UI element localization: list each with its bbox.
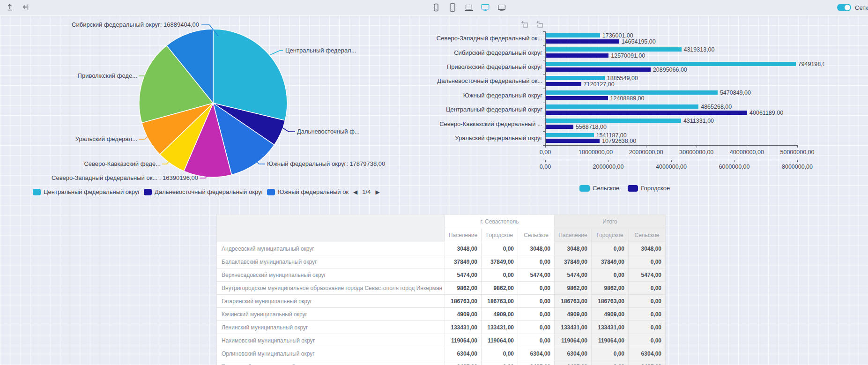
y-axis-tick [543,60,545,60]
y-axis-tick [543,45,545,46]
legend-swatch [579,185,590,192]
grid-toggle[interactable] [837,4,851,11]
cell-total: 0,00 [592,347,629,360]
legend-swatch [33,189,41,195]
bar-gorodskoe-5[interactable] [545,111,747,115]
bar-selskoe-2[interactable] [545,62,796,66]
x-axis-tick [545,160,546,162]
group-header-sevastopol: г. Севастополь [445,215,555,228]
cell-total: 5474,00 [629,268,666,282]
collapse-left-icon[interactable] [21,2,31,12]
table-row[interactable]: Гагаринский муниципальный округ186763,00… [217,295,666,308]
cell-sevastopol: 5474,00 [445,268,482,282]
x-axis-tick-label: 6000000,00 [719,164,749,170]
bar-selskoe-6[interactable] [545,119,681,123]
bar-gorodskoe-7[interactable] [545,139,600,143]
bar-selskoe-0[interactable] [545,33,600,37]
bar-gorodskoe-4[interactable] [545,96,608,100]
cell-total: 9862,00 [592,282,629,295]
device-tablet-icon[interactable] [497,2,507,13]
cell-sevastopol: 9862,00 [482,282,518,295]
col-header-gorodskoe: Городское [482,228,518,242]
cell-total: 0,00 [629,321,666,334]
bar-gorodskoe-2[interactable] [545,67,651,72]
table-row[interactable]: Ленинский муниципальный округ133431,0013… [217,321,666,334]
pie-label-uralsky: Уральский федерал... [28,135,137,142]
y-axis-tick [543,131,545,132]
x-axis-tick-label: 8000000,00 [782,164,813,170]
cell-total: 9862,00 [555,282,592,295]
bar-category-label: Центральный федеральный округ [433,106,542,113]
bar-gorodskoe-3[interactable] [545,82,581,86]
cell-sevastopol: 6304,00 [445,347,482,360]
row-name: Нахимовский муниципальный округ [217,334,445,347]
pie-label-central: Центральный федерал... [285,47,356,54]
table-row[interactable]: Андреевский муниципальный округ3048,000,… [217,242,666,255]
row-name: Качинский муниципальный округ [217,308,445,321]
cell-total: 3048,00 [629,242,666,255]
device-phone-large-icon[interactable] [447,2,458,13]
legend-swatch [144,189,152,195]
y-axis-tick [543,31,545,32]
bar-selskoe-1[interactable] [545,47,682,52]
table-row[interactable]: Верхнесадовский муниципальный округ5474,… [217,268,666,282]
cell-sevastopol: 0,00 [518,282,555,295]
cell-total: 0,00 [592,360,629,365]
legend-item-yuzhny[interactable]: Южный федеральный ок [267,188,349,195]
bar-selskoe-3[interactable] [545,76,605,80]
cell-sevastopol: 0,00 [482,242,518,255]
bar-value-label: 12408889,00 [610,95,645,102]
x-axis-tick [608,160,609,162]
table-row[interactable]: Терновский муниципальный округ2427,000,0… [217,360,666,365]
x-axis-tick-label: 2000000,00 [593,164,623,170]
cell-total: 133431,00 [555,321,592,334]
row-name: Андреевский муниципальный округ [217,242,445,255]
legend-swatch [267,189,275,195]
row-name: Терновский муниципальный округ [217,360,445,365]
legend-prev-icon[interactable]: ◀ [352,189,358,195]
pie-label-dalnevostochny: Дальневосточный ф... [297,128,360,135]
table-row[interactable]: Качинский муниципальный округ4909,004909… [217,308,666,321]
cell-total: 0,00 [629,295,666,308]
legend-item-dalnevostochny[interactable]: Дальневосточный федеральный округ [144,188,263,195]
bar-selskoe-4[interactable] [545,90,718,95]
cell-total: 37849,00 [555,255,592,268]
bar-selskoe-7[interactable] [545,133,594,137]
bar-category-label: Сибирский федеральный округ [433,49,542,56]
cell-sevastopol: 133431,00 [445,321,482,334]
bar-gorodskoe-6[interactable] [545,125,573,129]
pie-label-yuzhny: Южный федеральный округ: 17879738,00 [267,160,385,167]
table-row[interactable]: Орлиновский муниципальный округ6304,000,… [217,347,666,360]
bar-gorodskoe-1[interactable] [545,53,608,58]
cell-sevastopol: 0,00 [518,308,555,321]
bar-selskoe-5[interactable] [545,104,698,109]
cell-total: 0,00 [629,334,666,347]
device-phone-icon[interactable] [431,2,441,13]
cell-total: 119064,00 [555,334,592,347]
table-row[interactable]: Внутригородское муниципальное образовани… [217,282,666,295]
legend-item-selskoe[interactable]: Сельское [579,185,619,192]
bar-category-label: Южный федеральный округ [433,92,542,99]
table-row[interactable]: Балаклавский муниципальный округ37849,00… [217,255,666,268]
col-header-selskoe-total: Сельское [629,228,666,242]
cell-total: 6304,00 [629,347,666,360]
legend-next-icon[interactable]: ▶ [374,189,380,195]
pie-chart-widget: Сибирский федеральный округ: 16889404,00… [0,15,445,222]
y-axis-tick [543,89,545,89]
x-axis-tick [797,160,798,162]
legend-item-central[interactable]: Центральный федеральный округ [33,188,140,195]
cell-sevastopol: 6304,00 [518,347,555,360]
export-icon[interactable] [5,2,15,12]
cell-total: 186763,00 [555,295,592,308]
bar-value-label: 5568718,00 [576,124,607,130]
device-laptop-icon[interactable] [464,2,474,13]
cell-sevastopol: 37849,00 [482,255,518,268]
legend-item-gorodskoe[interactable]: Городское [628,185,670,192]
cell-sevastopol: 119064,00 [445,334,482,347]
row-name: Внутригородское муниципальное образовани… [217,282,445,295]
device-desktop-icon[interactable] [480,2,490,13]
bar-category-label: Уральский федеральный округ [433,134,542,142]
table-row[interactable]: Нахимовский муниципальный округ119064,00… [217,334,666,347]
x-axis-tick [747,145,747,148]
bar-gorodskoe-0[interactable] [545,39,619,44]
